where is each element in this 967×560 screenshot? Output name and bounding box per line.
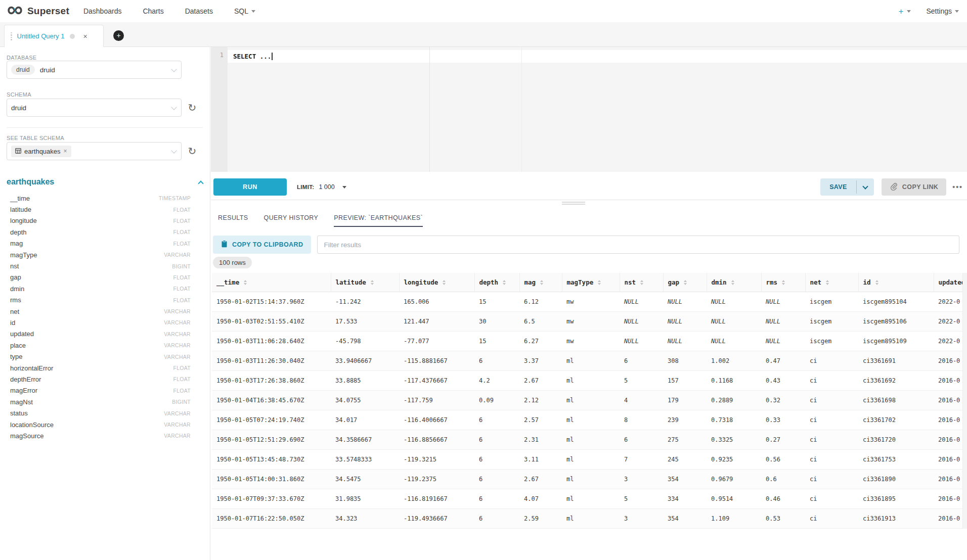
new-menu-button[interactable]: + [898, 7, 911, 16]
refresh-tables-icon[interactable]: ↻ [187, 146, 198, 157]
grid-header-longitude[interactable]: longitude [399, 273, 474, 292]
grid-header-net[interactable]: net [805, 273, 858, 292]
table-name-heading[interactable]: earthquakes [7, 177, 54, 186]
drag-handle-icon[interactable] [11, 32, 12, 40]
chevron-down-icon [171, 104, 177, 110]
grid-header-label: latitude [336, 278, 366, 286]
grid-header-__time[interactable]: __time [212, 273, 331, 292]
save-button[interactable]: SAVE [820, 178, 856, 196]
sort-icon[interactable] [371, 280, 374, 285]
superset-brand[interactable]: Superset [7, 6, 69, 17]
pane-resize-handle[interactable] [562, 202, 585, 206]
sql-editor[interactable]: 1 SELECT ... [211, 47, 967, 172]
grid-cell: 4.2 [474, 370, 519, 390]
nav-item-label: Datasets [185, 7, 213, 15]
schema-select[interactable]: druid [7, 99, 182, 117]
sort-icon[interactable] [875, 280, 878, 285]
grid-cell: 0.1168 [707, 370, 761, 390]
top-navbar: Superset DashboardsChartsDatasetsSQL + S… [0, 0, 967, 22]
add-tab-button[interactable]: + [113, 30, 124, 41]
database-value: druid [40, 66, 55, 74]
grid-cell: 6 [620, 351, 663, 370]
grid-cell: 30 [474, 311, 519, 331]
run-button[interactable]: RUN [213, 178, 287, 196]
schema-column-name: mag [10, 240, 23, 247]
grid-cell: 6 [474, 351, 519, 370]
plus-icon: + [898, 7, 903, 16]
grid-cell: ci [805, 370, 858, 390]
caret-up-icon [503, 280, 506, 282]
grid-header-dmin[interactable]: dmin [707, 273, 761, 292]
settings-menu[interactable]: Settings [926, 7, 959, 15]
table-chip[interactable]: earthquakes × [11, 146, 71, 157]
brand-name: Superset [27, 6, 69, 17]
sort-icon[interactable] [640, 280, 643, 285]
grid-header-depth[interactable]: depth [474, 273, 519, 292]
sort-icon[interactable] [598, 280, 601, 285]
grid-row: 1950-01-05T07:24:19.740Z34.017-116.40066… [212, 410, 967, 430]
schema-column-type: VARCHAR [164, 308, 191, 314]
caret-down-icon [251, 10, 255, 13]
refresh-schema-icon[interactable]: ↻ [187, 102, 198, 113]
save-options-button[interactable] [857, 178, 874, 196]
grid-cell: -116.8856667 [399, 430, 474, 449]
schema-column-row: depthFLOAT [10, 226, 191, 238]
grid-cell: -45.798 [331, 331, 399, 351]
more-actions-button[interactable]: ••• [952, 183, 963, 191]
caret-down-icon [731, 283, 734, 285]
grid-header-label: gap [668, 278, 680, 286]
grid-cell: 0.2889 [707, 390, 761, 410]
grid-cell: 1950-01-03T11:26:30.040Z [212, 351, 331, 370]
caret-up-icon [598, 280, 601, 282]
grid-cell: 0.6 [761, 469, 805, 489]
results-tab-preview[interactable]: PREVIEW: `EARTHQUAKES` [334, 210, 423, 227]
database-select[interactable]: druid druid [7, 61, 182, 79]
nav-item-datasets[interactable]: Datasets [185, 7, 213, 15]
schema-column-name: magType [10, 251, 37, 259]
schema-column-name: magError [10, 387, 37, 394]
sort-icon[interactable] [503, 280, 506, 285]
grid-header-id[interactable]: id [858, 273, 934, 292]
sql-code-line[interactable]: SELECT ... [233, 53, 273, 60]
nav-item-charts[interactable]: Charts [143, 7, 163, 15]
query-tab-title[interactable]: Untitled Query 1 [17, 32, 65, 40]
sort-icon[interactable] [540, 280, 543, 285]
grid-header-nst[interactable]: nst [620, 273, 663, 292]
nav-item-sql[interactable]: SQL [234, 7, 255, 15]
results-tab-results[interactable]: RESULTS [218, 210, 248, 227]
schema-label: SCHEMA [7, 91, 31, 98]
grid-cell: 0.9514 [707, 489, 761, 508]
copy-link-button[interactable]: COPY LINK [882, 178, 946, 196]
query-tab-active[interactable]: Untitled Query 1 × [4, 25, 104, 47]
sort-icon[interactable] [443, 280, 446, 285]
grid-cell: ml [562, 351, 620, 370]
close-tab-icon[interactable]: × [83, 33, 87, 40]
grid-header-latitude[interactable]: latitude [331, 273, 399, 292]
grid-header-mag[interactable]: mag [519, 273, 562, 292]
copy-to-clipboard-button[interactable]: COPY TO CLIPBOARD [213, 236, 311, 254]
sort-icon[interactable] [731, 280, 734, 285]
nav-items: DashboardsChartsDatasetsSQL [83, 7, 277, 15]
grid-header-gap[interactable]: gap [663, 273, 707, 292]
grid-cell: 179 [663, 390, 707, 410]
nav-item-dashboards[interactable]: Dashboards [83, 7, 122, 15]
collapse-panel-icon[interactable] [198, 180, 203, 186]
sort-icon[interactable] [782, 280, 785, 285]
table-select[interactable]: earthquakes × [7, 142, 182, 160]
grid-scrollbar[interactable] [962, 273, 967, 529]
chevron-down-icon [171, 66, 177, 72]
grid-cell: -119.2375 [399, 469, 474, 489]
limit-dropdown[interactable]: LIMIT: 1 000 [297, 178, 346, 196]
grid-cell: 1950-01-07T09:37:33.670Z [212, 489, 331, 508]
results-tab-query-history[interactable]: QUERY HISTORY [264, 210, 319, 227]
sort-icon[interactable] [684, 280, 687, 285]
sort-icon[interactable] [244, 280, 247, 285]
grid-header-rms[interactable]: rms [761, 273, 805, 292]
caret-up-icon [371, 280, 374, 282]
grid-cell: NULL [663, 292, 707, 311]
grid-header-magType[interactable]: magType [562, 273, 620, 292]
filter-results-input[interactable] [317, 236, 959, 254]
remove-table-icon[interactable]: × [64, 148, 67, 155]
schema-column-name: magNst [10, 398, 33, 406]
sort-icon[interactable] [826, 280, 829, 285]
